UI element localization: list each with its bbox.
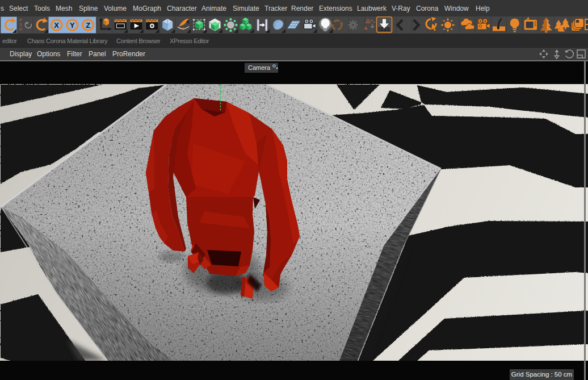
svg-text:Y: Y <box>70 21 75 30</box>
svg-text:X: X <box>54 21 59 30</box>
svg-text:R: R <box>19 27 23 32</box>
svg-text:Z: Z <box>86 21 90 30</box>
